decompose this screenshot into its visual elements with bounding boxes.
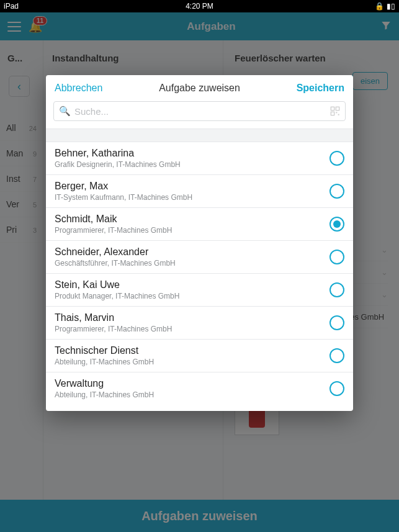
search-input[interactable] [74,106,330,117]
person-name: Behner, Katharina [55,148,330,159]
radio-button[interactable] [330,217,344,232]
person-row[interactable]: Schneider, AlexanderGeschäftsführer, IT-… [46,241,353,274]
cancel-button[interactable]: Abbrechen [55,83,102,94]
radio-button[interactable] [330,184,344,199]
svg-rect-1 [336,107,339,110]
modal-separator [46,128,353,142]
person-name: Verwaltung [55,378,330,389]
person-role: Geschäftsführer, IT-Machines GmbH [55,259,330,268]
svg-rect-4 [338,114,339,115]
radio-button[interactable] [330,151,344,166]
radio-button[interactable] [330,348,344,363]
person-row[interactable]: Thais, MarvinProgrammierer, IT-Machines … [46,307,353,340]
search-box[interactable]: 🔍 [53,101,346,121]
person-row[interactable]: VerwaltungAbteilung, IT-Machines GmbH [46,372,353,405]
person-role: Grafik Designerin, IT-Machines GmbH [55,160,330,169]
radio-button[interactable] [330,250,344,264]
person-name: Schneider, Alexander [55,246,330,258]
person-role: Abteilung, IT-Machines GmbH [55,390,330,399]
radio-button[interactable] [330,282,344,297]
svg-rect-3 [336,112,337,113]
svg-rect-0 [331,107,334,110]
person-role: IT-System Kaufmann, IT-Machines GmbH [55,193,330,202]
person-name: Stein, Kai Uwe [55,279,330,291]
clock: 4:20 PM [0,2,399,11]
person-role: Programmierer, IT-Machines GmbH [55,226,330,235]
radio-button[interactable] [330,315,344,330]
person-row[interactable]: Berger, MaxIT-System Kaufmann, IT-Machin… [46,175,353,208]
person-role: Programmierer, IT-Machines GmbH [55,325,330,333]
radio-button[interactable] [330,381,344,396]
person-role: Abteilung, IT-Machines GmbH [55,358,330,366]
assign-modal: Abbrechen Aufgabe zuweisen Speichern 🔍 B… [46,75,353,411]
person-name: Technischer Dienst [55,345,330,356]
person-row[interactable]: Behner, KatharinaGrafik Designerin, IT-M… [46,142,353,175]
person-row[interactable]: Schmidt, MaikProgrammierer, IT-Machines … [46,208,353,241]
status-bar: iPad 4:20 PM 🔒 ▮▯ [0,0,399,12]
save-button[interactable]: Speichern [297,83,344,94]
search-icon: 🔍 [59,106,71,117]
person-name: Schmidt, Maik [55,214,330,225]
person-name: Berger, Max [55,181,330,192]
person-row[interactable]: Technischer DienstAbteilung, IT-Machines… [46,340,353,372]
person-row[interactable]: Stein, Kai UweProdukt Manager, IT-Machin… [46,274,353,307]
svg-rect-2 [331,112,334,115]
modal-title: Aufgabe zuweisen [159,83,240,94]
qr-icon[interactable] [330,106,340,116]
person-name: Thais, Marvin [55,312,330,323]
person-role: Produkt Manager, IT-Machines GmbH [55,292,330,300]
